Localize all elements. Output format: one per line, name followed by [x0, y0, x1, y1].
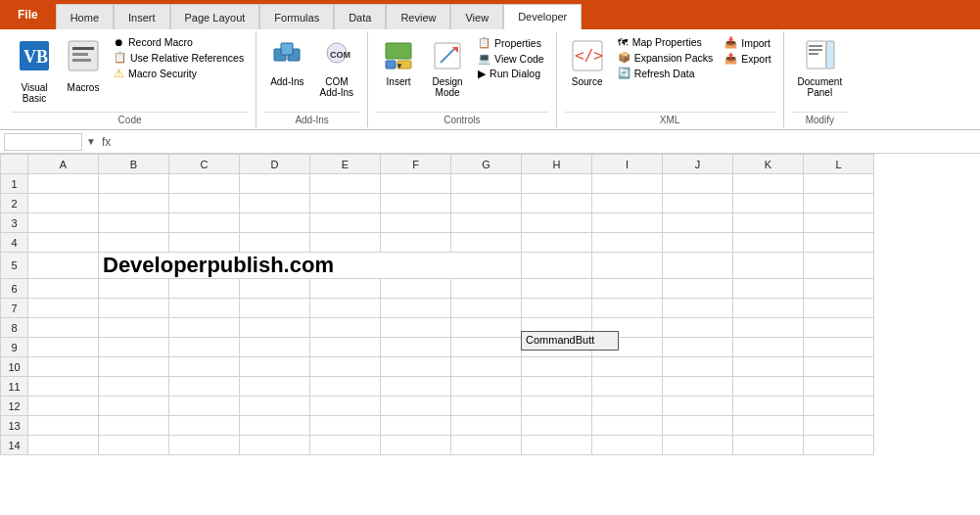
cell-D13[interactable] — [240, 416, 310, 436]
cell-K10[interactable] — [733, 357, 804, 377]
cell-K12[interactable] — [733, 397, 804, 416]
cell-J14[interactable] — [663, 436, 733, 455]
run-dialog-button[interactable]: ▶ Run Dialog — [474, 67, 548, 80]
cell-J3[interactable] — [663, 213, 733, 233]
cell-G4[interactable] — [451, 233, 522, 253]
cell-C11[interactable] — [169, 377, 240, 397]
cell-C1[interactable] — [169, 174, 240, 194]
cell-A12[interactable] — [28, 397, 99, 416]
cell-E2[interactable] — [310, 194, 381, 213]
cell-A2[interactable] — [28, 194, 99, 213]
cell-A4[interactable] — [28, 233, 99, 253]
cell-J7[interactable] — [663, 299, 733, 318]
expansion-packs-button[interactable]: 📦 Expansion Packs — [614, 50, 718, 65]
cell-J13[interactable] — [663, 416, 733, 436]
cell-E11[interactable] — [310, 377, 381, 397]
cell-G6[interactable] — [451, 279, 522, 299]
cell-L13[interactable] — [804, 416, 874, 436]
tab-home[interactable]: Home — [56, 4, 114, 29]
cell-K5[interactable] — [733, 253, 804, 279]
cell-B3[interactable] — [99, 213, 169, 233]
cell-D12[interactable] — [240, 397, 310, 416]
tab-insert[interactable]: Insert — [114, 4, 170, 29]
document-panel-button[interactable]: DocumentPanel — [792, 35, 849, 102]
view-code-button[interactable]: 💻 View Code — [474, 51, 548, 66]
cell-D1[interactable] — [240, 174, 310, 194]
cell-B13[interactable] — [99, 416, 169, 436]
cell-B2[interactable] — [99, 194, 169, 213]
cell-F2[interactable] — [381, 194, 451, 213]
cell-D3[interactable] — [240, 213, 310, 233]
cell-L5[interactable] — [804, 253, 874, 279]
cell-D4[interactable] — [240, 233, 310, 253]
cell-H14[interactable] — [522, 436, 592, 455]
cell-A9[interactable] — [28, 338, 99, 357]
cell-K6[interactable] — [733, 279, 804, 299]
cell-F14[interactable] — [381, 436, 451, 455]
cell-K4[interactable] — [733, 233, 804, 253]
cell-B8[interactable] — [99, 318, 169, 338]
cell-J4[interactable] — [663, 233, 733, 253]
cell-H10[interactable] — [522, 357, 592, 377]
cell-L7[interactable] — [804, 299, 874, 318]
cell-B7[interactable] — [99, 299, 169, 318]
cell-C3[interactable] — [169, 213, 240, 233]
map-properties-button[interactable]: 🗺 Map Properties — [614, 35, 718, 49]
cell-K11[interactable] — [733, 377, 804, 397]
record-macro-button[interactable]: ⏺ Record Macro — [110, 35, 248, 49]
cell-G9[interactable] — [451, 338, 522, 357]
cell-J1[interactable] — [663, 174, 733, 194]
cell-A3[interactable] — [28, 213, 99, 233]
source-button[interactable]: </> Source — [565, 35, 610, 91]
cell-E13[interactable] — [310, 416, 381, 436]
cell-D11[interactable] — [240, 377, 310, 397]
cell-A13[interactable] — [28, 416, 99, 436]
cell-J10[interactable] — [663, 357, 733, 377]
cell-D6[interactable] — [240, 279, 310, 299]
cell-G2[interactable] — [451, 194, 522, 213]
visual-basic-button[interactable]: VB VisualBasic — [12, 35, 57, 108]
cell-C12[interactable] — [169, 397, 240, 416]
cell-L2[interactable] — [804, 194, 874, 213]
cell-C4[interactable] — [169, 233, 240, 253]
cell-K9[interactable] — [733, 338, 804, 357]
com-add-ins-button[interactable]: COM COMAdd-Ins — [314, 35, 359, 102]
cell-K7[interactable] — [733, 299, 804, 318]
cell-A5[interactable] — [28, 253, 99, 279]
cell-A1[interactable] — [28, 174, 99, 194]
cell-F6[interactable] — [381, 279, 451, 299]
cell-B10[interactable] — [99, 357, 169, 377]
cell-G14[interactable] — [451, 436, 522, 455]
cell-G12[interactable] — [451, 397, 522, 416]
properties-button[interactable]: 📋 Properties — [474, 35, 548, 50]
cell-L6[interactable] — [804, 279, 874, 299]
cell-B1[interactable] — [99, 174, 169, 194]
cell-D2[interactable] — [240, 194, 310, 213]
cell-H5[interactable] — [522, 253, 592, 279]
cell-A7[interactable] — [28, 299, 99, 318]
cell-D8[interactable] — [240, 318, 310, 338]
cell-G7[interactable] — [451, 299, 522, 318]
cell-L4[interactable] — [804, 233, 874, 253]
import-button[interactable]: 📥 Import — [721, 35, 774, 50]
macro-security-button[interactable]: ⚠ Macro Security — [110, 66, 248, 81]
tab-review[interactable]: Review — [386, 4, 450, 29]
cell-G11[interactable] — [451, 377, 522, 397]
cell-C8[interactable] — [169, 318, 240, 338]
cell-H2[interactable] — [522, 194, 592, 213]
cell-D10[interactable] — [240, 357, 310, 377]
cell-A8[interactable] — [28, 318, 99, 338]
cell-L9[interactable] — [804, 338, 874, 357]
cell-L8[interactable] — [804, 318, 874, 338]
cell-K2[interactable] — [733, 194, 804, 213]
cell-J8[interactable] — [663, 318, 733, 338]
export-button[interactable]: 📤 Export — [721, 51, 774, 66]
cell-C2[interactable] — [169, 194, 240, 213]
cell-I13[interactable] — [592, 416, 663, 436]
design-mode-button[interactable]: DesignMode — [425, 35, 470, 102]
cell-H1[interactable] — [522, 174, 592, 194]
cell-L3[interactable] — [804, 213, 874, 233]
tab-file[interactable]: File — [0, 0, 56, 29]
cell-K14[interactable] — [733, 436, 804, 455]
cell-J5[interactable] — [663, 253, 733, 279]
